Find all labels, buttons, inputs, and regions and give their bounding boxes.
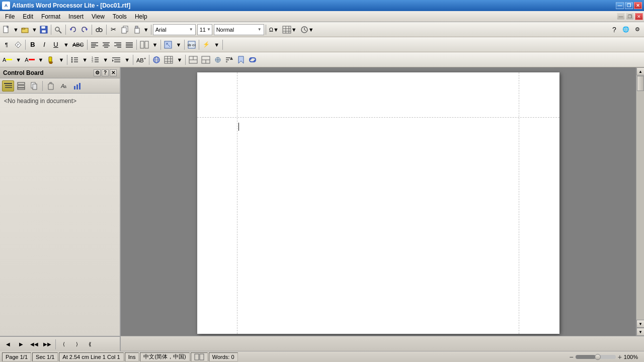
zoom-slider-thumb[interactable] bbox=[595, 354, 601, 360]
table2-btn[interactable]: ▼ bbox=[281, 24, 298, 35]
sidebar-clip-btn[interactable] bbox=[45, 80, 57, 92]
scroll-thumb[interactable] bbox=[637, 76, 644, 91]
document-page[interactable] bbox=[197, 72, 559, 334]
save-btn[interactable] bbox=[38, 24, 49, 35]
nav-prev-page-btn[interactable]: ◀ bbox=[2, 339, 14, 350]
align-justify-btn[interactable] bbox=[124, 39, 135, 50]
indent-dropdown-btn[interactable]: ▼ bbox=[123, 54, 131, 65]
bullet-list-dropdown-btn[interactable]: ▼ bbox=[80, 54, 89, 65]
sidebar-pages-btn[interactable] bbox=[28, 80, 40, 92]
underline-btn[interactable]: U bbox=[50, 39, 61, 50]
scroll-down1-btn[interactable]: ▼ bbox=[636, 320, 644, 328]
numbered-list-btn[interactable]: 1.2.3. bbox=[90, 54, 101, 65]
bullet-list-btn[interactable] bbox=[69, 54, 80, 65]
columns-dropdown-btn[interactable]: ▼ bbox=[151, 39, 159, 50]
sidebar-style-btn[interactable]: Aa bbox=[58, 80, 70, 92]
sidebar-structure-btn[interactable] bbox=[15, 80, 27, 92]
shading-btn[interactable] bbox=[163, 39, 174, 50]
font-name-dropdown[interactable]: Arial ▼ bbox=[153, 24, 196, 35]
menu-file[interactable]: File bbox=[1, 12, 19, 22]
language-panel[interactable]: 中文(简体，中国) bbox=[140, 352, 189, 361]
web-btn[interactable] bbox=[151, 54, 162, 65]
numbered-list-dropdown-btn[interactable]: ▼ bbox=[101, 54, 110, 65]
menu-view[interactable]: View bbox=[88, 12, 109, 22]
highlighter-btn[interactable] bbox=[45, 54, 56, 65]
copy-btn[interactable] bbox=[120, 24, 131, 35]
settings-btn[interactable]: ⚙ bbox=[632, 24, 643, 35]
underline-style-btn[interactable]: ▼ bbox=[62, 39, 70, 50]
style-dropdown[interactable]: Normal ▼ bbox=[214, 24, 264, 35]
insert-table-btn[interactable] bbox=[163, 54, 175, 65]
table-properties-btn[interactable] bbox=[212, 54, 223, 65]
minimize-btn[interactable]: — bbox=[616, 2, 624, 9]
menu-format[interactable]: Format bbox=[37, 12, 64, 22]
indent-btn[interactable] bbox=[110, 54, 122, 65]
more-styles-btn[interactable]: ab cd bbox=[186, 39, 197, 50]
clock-btn[interactable]: ▼ bbox=[299, 24, 315, 35]
split-cells-btn[interactable] bbox=[200, 54, 212, 65]
align-right-btn[interactable] bbox=[112, 39, 123, 50]
insert-table-dropdown-btn[interactable]: ▼ bbox=[175, 54, 184, 65]
findreplace-btn[interactable] bbox=[94, 24, 105, 35]
nav-prev2-btn[interactable]: ◀◀ bbox=[28, 339, 40, 350]
menu-insert[interactable]: Insert bbox=[64, 12, 88, 22]
nav-first-btn[interactable]: ⟨ bbox=[58, 339, 70, 350]
font-size-dropdown[interactable]: 11 ▼ bbox=[197, 24, 212, 35]
lightning-btn[interactable]: ⚡ bbox=[201, 39, 212, 50]
sidebar-outline-btn[interactable] bbox=[2, 80, 14, 92]
zoom-plus-btn[interactable]: + bbox=[618, 353, 622, 361]
symbols-btn[interactable]: Ω▼ bbox=[268, 24, 280, 35]
zoom-minus-btn[interactable]: − bbox=[569, 353, 573, 361]
scroll-up-btn[interactable]: ▲ bbox=[636, 67, 644, 75]
sidebar-stats-btn[interactable] bbox=[71, 80, 83, 92]
translate-btn[interactable]: 🌐 bbox=[620, 24, 631, 35]
new-dropdown-btn[interactable]: ▼ bbox=[13, 24, 19, 35]
merge-cells-btn[interactable] bbox=[187, 54, 199, 65]
new-btn[interactable] bbox=[1, 24, 12, 35]
lightning-dropdown-btn[interactable]: ▼ bbox=[212, 39, 221, 50]
restore-btn[interactable]: ❐ bbox=[625, 2, 633, 9]
menu-edit[interactable]: Edit bbox=[19, 12, 37, 22]
sidebar-help-icon[interactable]: ? bbox=[102, 69, 109, 76]
align-left-btn[interactable] bbox=[89, 39, 100, 50]
sort-btn[interactable] bbox=[224, 54, 235, 65]
nav-bookmark-btn[interactable]: ⟪ bbox=[84, 339, 96, 350]
nav-last-btn[interactable]: ⟩ bbox=[71, 339, 83, 350]
show-nonprint-btn[interactable]: P bbox=[13, 39, 24, 50]
nav-next2-btn[interactable]: ▶▶ bbox=[41, 339, 53, 350]
redo-btn[interactable] bbox=[79, 24, 90, 35]
inner-close-btn[interactable]: ✕ bbox=[635, 13, 643, 20]
columns-btn[interactable] bbox=[138, 39, 150, 50]
close-btn[interactable]: ✕ bbox=[634, 2, 642, 9]
sidebar-close-icon[interactable]: ✕ bbox=[110, 69, 117, 76]
scroll-down2-btn[interactable]: ▼ bbox=[636, 328, 644, 336]
layout-icon-panel[interactable] bbox=[191, 352, 208, 361]
shading-dropdown-btn[interactable]: ▼ bbox=[174, 39, 183, 50]
mode-panel[interactable]: Ins bbox=[125, 352, 139, 361]
sidebar-settings-icon[interactable]: ⚙ bbox=[94, 69, 101, 76]
hyperlink-btn[interactable] bbox=[247, 54, 258, 65]
text-color-dropdown-btn[interactable]: ▼ bbox=[37, 54, 45, 65]
cut-btn[interactable]: ✂ bbox=[108, 24, 119, 35]
inner-minimize-btn[interactable]: — bbox=[617, 13, 625, 20]
menu-tools[interactable]: Tools bbox=[109, 12, 131, 22]
show-formatting-btn[interactable]: ¶ bbox=[1, 39, 12, 50]
nav-next-page-btn[interactable]: ▶ bbox=[15, 339, 27, 350]
italic-btn[interactable]: I bbox=[39, 39, 50, 50]
bookmark-btn[interactable] bbox=[235, 54, 247, 65]
paste-dropdown-btn[interactable]: ▼ bbox=[143, 24, 149, 35]
doc-scroll-area[interactable] bbox=[121, 67, 636, 336]
search-btn[interactable] bbox=[53, 24, 64, 35]
scroll-track[interactable] bbox=[636, 75, 644, 320]
align-center-btn[interactable] bbox=[101, 39, 112, 50]
highlight-dropdown-btn[interactable]: ▼ bbox=[14, 54, 23, 65]
bold-btn[interactable]: B bbox=[27, 39, 38, 50]
help-btn[interactable]: ? bbox=[609, 24, 620, 35]
highlight-btn[interactable]: A bbox=[1, 54, 14, 65]
open-dropdown-btn[interactable]: ▼ bbox=[31, 24, 38, 35]
paste-btn[interactable] bbox=[131, 24, 142, 35]
strikethrough-btn[interactable]: ABC bbox=[71, 39, 86, 50]
undo-btn[interactable] bbox=[67, 24, 78, 35]
text-color-btn[interactable]: A bbox=[23, 54, 36, 65]
open-btn[interactable] bbox=[20, 24, 31, 35]
